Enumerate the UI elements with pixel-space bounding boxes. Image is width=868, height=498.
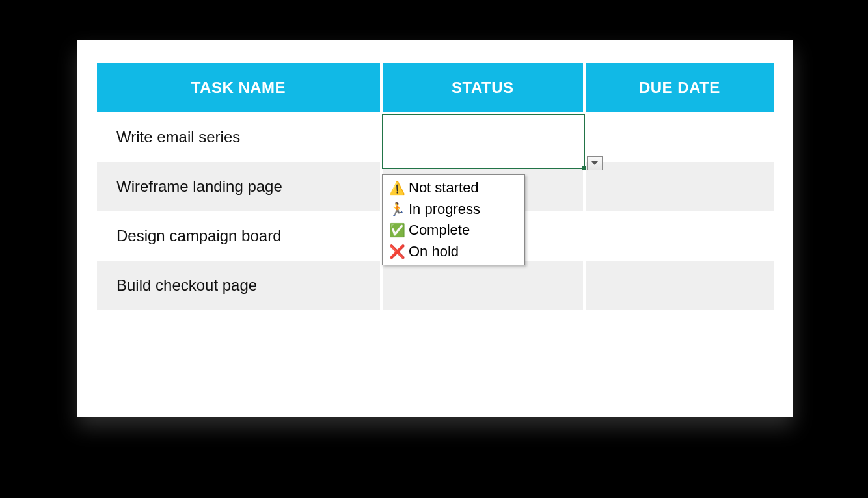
header-status: STATUS bbox=[381, 63, 584, 112]
svg-marker-0 bbox=[591, 161, 598, 165]
spreadsheet-panel: TASK NAME STATUS DUE DATE Write email se… bbox=[77, 40, 793, 417]
cell-due[interactable] bbox=[584, 261, 774, 310]
dropdown-option-label: Complete bbox=[409, 221, 470, 240]
cell-status[interactable] bbox=[381, 112, 584, 162]
cell-due[interactable] bbox=[584, 162, 774, 211]
table-row bbox=[97, 310, 774, 360]
cross-icon: ❌ bbox=[389, 243, 405, 260]
dropdown-option-not-started[interactable]: ⚠️ Not started bbox=[383, 177, 524, 199]
table-row: Build checkout page bbox=[97, 261, 774, 310]
cell-task[interactable]: Design campaign board bbox=[97, 211, 381, 261]
cell-due[interactable] bbox=[584, 310, 774, 360]
cell-status[interactable] bbox=[381, 261, 584, 310]
cell-due[interactable] bbox=[584, 211, 774, 261]
table-header-row: TASK NAME STATUS DUE DATE bbox=[97, 63, 774, 112]
cell-due[interactable] bbox=[584, 112, 774, 162]
header-due: DUE DATE bbox=[584, 63, 774, 112]
runner-icon: 🏃 bbox=[389, 201, 405, 218]
table-row: Write email series bbox=[97, 112, 774, 162]
dropdown-option-in-progress[interactable]: 🏃 In progress bbox=[383, 199, 524, 220]
check-icon: ✅ bbox=[389, 222, 405, 239]
status-dropdown[interactable]: ⚠️ Not started 🏃 In progress ✅ Complete … bbox=[382, 174, 525, 265]
warning-icon: ⚠️ bbox=[389, 179, 405, 196]
dropdown-option-complete[interactable]: ✅ Complete bbox=[383, 220, 524, 241]
dropdown-handle[interactable] bbox=[587, 156, 603, 170]
dropdown-option-on-hold[interactable]: ❌ On hold bbox=[383, 241, 524, 263]
dropdown-option-label: On hold bbox=[409, 242, 459, 261]
cell-task[interactable]: Write email series bbox=[97, 112, 381, 162]
cell-task[interactable] bbox=[97, 310, 381, 360]
cell-status[interactable] bbox=[381, 310, 584, 360]
header-task: TASK NAME bbox=[97, 63, 381, 112]
chevron-down-icon bbox=[591, 161, 598, 165]
dropdown-option-label: In progress bbox=[409, 200, 480, 219]
dropdown-option-label: Not started bbox=[409, 179, 479, 198]
cell-task[interactable]: Wireframe landing page bbox=[97, 162, 381, 211]
cell-task[interactable]: Build checkout page bbox=[97, 261, 381, 310]
